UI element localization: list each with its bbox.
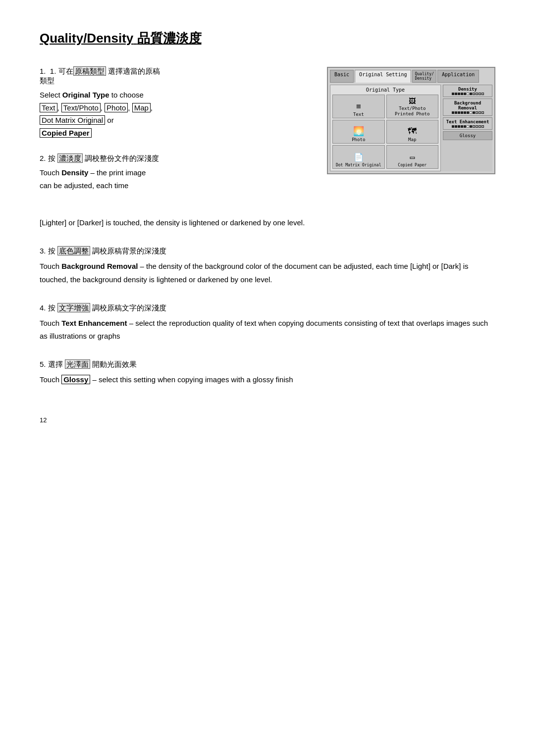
map-icon: 🗺 <box>408 126 417 136</box>
glossy-inline: Glossy <box>61 375 90 384</box>
text-enhancement-label: Text Enhancement <box>445 119 490 124</box>
step2-body: [Lighter] or [Darker] is touched, the de… <box>40 216 495 229</box>
map-option: Map <box>132 103 151 112</box>
dot2 <box>455 93 457 95</box>
cell-copied-paper[interactable]: ▭ Copied Paper <box>386 145 439 169</box>
bg-removal-label: Background Removal <box>445 101 490 110</box>
bold-bg-removal: Background Removal <box>61 262 138 270</box>
text-option: Text <box>40 103 57 112</box>
step1-desc: Select Original Type to choose Text, Tex… <box>40 89 312 139</box>
step1-left: 1. 1. 可在原稿類型 選擇適當的原稿 類型 Select Original … <box>40 67 312 206</box>
right-sidebar: Density <box>443 85 492 171</box>
step2: 2. 按 濃淡度 調校整份文件的深淺度 Touch Density – the … <box>40 154 312 192</box>
dot6 <box>467 93 469 95</box>
cell-photo-label: Photo <box>352 137 365 142</box>
dot4 <box>461 93 463 95</box>
cell-dot-matrix-label: Dot Matrix Original <box>336 163 381 167</box>
title-chinese: 品質濃淡度 <box>137 31 202 46</box>
photo-icon: 🌅 <box>353 126 364 136</box>
title-english: Quality/Density <box>40 31 133 46</box>
dot10 <box>479 93 481 95</box>
cell-copied-paper-label: Copied Paper <box>398 163 427 167</box>
text-enhancement-bar <box>445 125 490 128</box>
bg-removal-zh-highlight: 底色調整 <box>57 246 90 255</box>
dot1 <box>452 93 454 95</box>
dot-matrix-icon: 📄 <box>354 152 364 162</box>
dot9 <box>476 93 478 95</box>
bold-density: Density <box>61 168 88 177</box>
cell-text-label: Text <box>353 112 364 117</box>
panel-container: Basic Original Setting Quality/Density A… <box>327 67 495 174</box>
bold-text-enhancement: Text Enhancement <box>61 319 127 327</box>
text-photo-icon: 🖼 <box>409 97 416 105</box>
page-number: 12 <box>40 416 495 424</box>
cell-text[interactable]: ≡ Text <box>332 95 385 118</box>
bold-original-type: Original Type <box>62 91 109 99</box>
page-title: Quality/Density 品質濃淡度 <box>40 30 495 47</box>
dot5 <box>464 93 466 95</box>
cell-photo[interactable]: 🌅 Photo <box>332 120 385 144</box>
dot3 <box>458 93 460 95</box>
step2-continuation: [Lighter] or [Darker] is touched, the de… <box>40 216 495 229</box>
density-bar <box>445 93 490 95</box>
grid-area: Original Type ≡ Text 🖼 Text/PhotoPrinted… <box>330 85 441 171</box>
tab-quality-density[interactable]: Quality/Density <box>412 70 436 83</box>
step5: 5. 選擇 光澤面 開動光面效果 Touch Glossy – select t… <box>40 360 495 386</box>
copied-paper-icon: ▭ <box>410 152 415 162</box>
text-enhancement-section: Text Enhancement <box>443 117 492 130</box>
step1: 1. 1. 可在原稿類型 選擇適當的原稿 類型 Select Original … <box>40 67 312 139</box>
density-highlight: 濃淡度 <box>57 153 83 163</box>
cell-text-photo[interactable]: 🖼 Text/PhotoPrinted Photo <box>386 95 439 118</box>
tab-basic[interactable]: Basic <box>330 70 354 83</box>
step3: 3. 按 底色調整 調校原稿背景的深淺度 Touch Background Re… <box>40 247 495 286</box>
density-label: Density <box>445 87 490 92</box>
copied-paper-option: Copied Paper <box>40 128 92 138</box>
cell-map-label: Map <box>408 137 416 142</box>
density-section: Density <box>443 85 492 97</box>
step2-desc: Touch Density – the print image can be a… <box>40 166 312 192</box>
bg-removal-section: Background Removal <box>443 99 492 116</box>
photo-option: Photo <box>105 103 128 112</box>
dot11 <box>482 93 484 95</box>
tab-application[interactable]: Application <box>437 70 479 83</box>
cell-dot-matrix[interactable]: 📄 Dot Matrix Original <box>332 145 385 169</box>
step3-body: Touch Background Removal – the density o… <box>40 260 495 286</box>
step3-header: 3. 按 底色調整 調校原稿背景的深淺度 <box>40 247 495 256</box>
ui-panel: Basic Original Setting Quality/Density A… <box>327 67 495 174</box>
text-icon: ≡ <box>356 101 361 111</box>
icon-grid: ≡ Text 🖼 Text/PhotoPrinted Photo 🌅 Photo <box>332 95 438 169</box>
step1-num: 1. 1. 可在原稿類型 選擇適當的原稿 類型 <box>40 67 312 86</box>
dot7 <box>470 93 472 95</box>
original-type-highlight: 原稿類型 <box>73 66 106 76</box>
step4-body: Touch Text Enhancement – select the repr… <box>40 317 495 343</box>
panel-body: Original Type ≡ Text 🖼 Text/PhotoPrinted… <box>330 85 492 171</box>
text-photo-option: Text/Photo <box>61 103 101 112</box>
dot-matrix-option: Dot Matrix Original <box>40 115 105 125</box>
text-enhancement-zh-highlight: 文字增強 <box>57 303 90 312</box>
grid-label: Original Type <box>332 87 438 93</box>
step2-num: 2. 按 濃淡度 調校整份文件的深淺度 <box>40 154 312 163</box>
tab-original-setting[interactable]: Original Setting <box>355 70 411 83</box>
step5-body: Touch Glossy – select this setting when … <box>40 373 495 386</box>
step4: 4. 按 文字增強 調校原稿文字的深淺度 Touch Text Enhancem… <box>40 303 495 343</box>
step5-header: 5. 選擇 光澤面 開動光面效果 <box>40 360 495 369</box>
text-photo-label: Text/PhotoPrinted Photo <box>395 106 429 117</box>
cell-map[interactable]: 🗺 Map <box>386 120 439 144</box>
bg-removal-bar <box>445 111 490 114</box>
glossy-button[interactable]: Glossy <box>443 131 492 140</box>
step1-area: 1. 1. 可在原稿類型 選擇適當的原稿 類型 Select Original … <box>40 67 495 206</box>
step4-header: 4. 按 文字增強 調校原稿文字的深淺度 <box>40 303 495 313</box>
dot8 <box>473 93 475 95</box>
tab-row: Basic Original Setting Quality/Density A… <box>330 70 492 83</box>
glossy-zh-highlight: 光澤面 <box>65 359 90 369</box>
